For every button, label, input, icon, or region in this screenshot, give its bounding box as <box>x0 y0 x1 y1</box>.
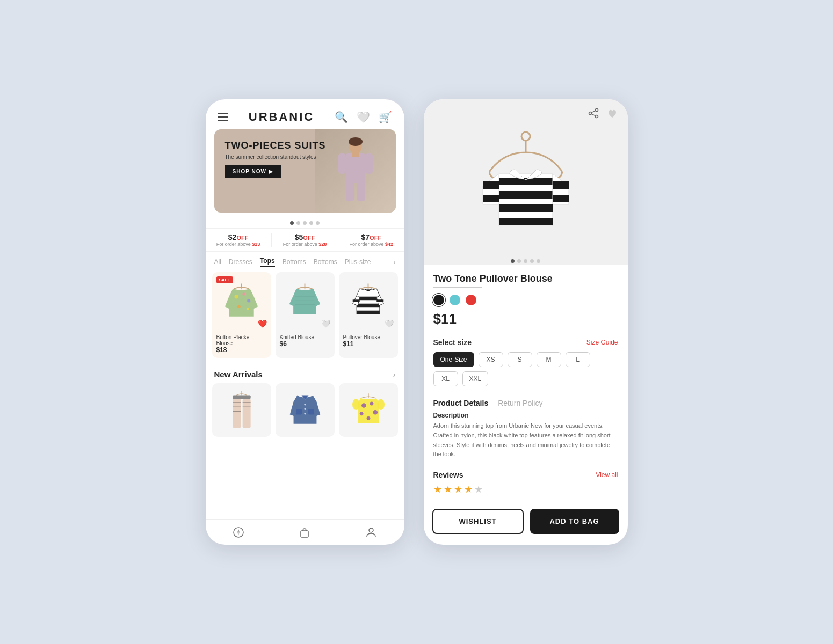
promo-item-1: $2OFF For order above $13 <box>216 233 260 247</box>
bag-icon <box>299 526 310 538</box>
blouse-1-svg <box>224 280 259 323</box>
svg-point-10 <box>242 292 245 296</box>
favorite-icon[interactable] <box>606 108 618 122</box>
star-3: ★ <box>454 484 462 495</box>
cart-icon[interactable]: 🛒 <box>379 111 392 123</box>
swatch-red[interactable] <box>466 295 476 305</box>
promo-row: $2OFF For order above $13 $5OFF For orde… <box>206 228 404 252</box>
heart-icon-2[interactable]: 🤍 <box>321 319 330 328</box>
svg-rect-22 <box>353 299 360 302</box>
svg-rect-4 <box>357 178 365 201</box>
size-xs[interactable]: XS <box>479 352 503 367</box>
arrivals-row <box>206 383 404 445</box>
arrival-3-svg <box>352 389 385 431</box>
svg-point-40 <box>370 402 373 406</box>
detail-dot-2[interactable] <box>517 259 521 263</box>
svg-rect-7 <box>352 151 359 157</box>
svg-point-39 <box>361 403 366 408</box>
size-l[interactable]: L <box>566 352 590 367</box>
promo-sub-3: For order above $42 <box>350 241 394 247</box>
app-logo: URBANIC <box>249 110 314 124</box>
svg-rect-21 <box>357 311 380 314</box>
reviews-header: Reviews View all <box>433 471 618 479</box>
menu-icon[interactable] <box>218 113 228 121</box>
product-info-3: Pullover Blouse $11 <box>339 331 398 352</box>
product-card-2[interactable]: 🤍 Knitted Blouse $6 <box>276 272 335 358</box>
dot-1[interactable] <box>290 221 294 225</box>
right-phone: Two Tone Pullover Blouse $11 Select size… <box>424 99 628 545</box>
arrival-2-svg <box>289 389 321 431</box>
view-all-link[interactable]: View all <box>596 471 618 479</box>
arrival-card-1[interactable] <box>212 383 271 437</box>
svg-rect-57 <box>499 178 553 185</box>
detail-product-svg <box>472 127 580 234</box>
svg-point-36 <box>304 408 306 410</box>
wishlist-button[interactable]: WISHLIST <box>432 509 524 534</box>
arrival-card-3[interactable] <box>339 383 398 437</box>
cat-tops[interactable]: Tops <box>260 257 275 267</box>
new-arrivals-arrow-icon[interactable]: › <box>393 370 396 379</box>
product-img-2: 🤍 <box>276 272 335 331</box>
blouse-2-svg <box>287 280 322 323</box>
svg-rect-63 <box>553 181 569 189</box>
dot-5[interactable] <box>316 221 320 225</box>
tab-return-policy[interactable]: Return Policy <box>498 399 542 407</box>
detail-top <box>424 99 628 255</box>
cat-bottoms-1[interactable]: Bottoms <box>283 258 306 266</box>
size-xl[interactable]: XL <box>433 371 458 386</box>
shop-now-button[interactable]: SHOP NOW ▶ <box>225 165 281 178</box>
search-icon[interactable]: 🔍 <box>335 111 348 123</box>
heart-icon[interactable]: 🤍 <box>357 111 370 123</box>
banner-text: TWO-PIECES SUITS The summer collection s… <box>225 140 326 178</box>
left-phone: URBANIC 🔍 🤍 🛒 TWO-PIECES SUITS The summe… <box>206 99 404 545</box>
detail-dot-5[interactable] <box>537 259 540 263</box>
arrival-card-2[interactable] <box>276 383 335 437</box>
svg-rect-62 <box>483 195 499 202</box>
detail-dot-4[interactable] <box>530 259 534 263</box>
svg-point-1 <box>349 137 363 146</box>
reviews-title: Reviews <box>433 471 463 479</box>
nav-profile[interactable] <box>365 526 377 538</box>
size-section: Select size Size Guide One-Size XS S M L… <box>424 332 628 393</box>
nav-explore[interactable] <box>233 526 244 538</box>
cat-arrow-icon[interactable]: › <box>393 258 396 266</box>
size-m[interactable]: M <box>537 352 561 367</box>
heart-icon-1[interactable]: ❤️ <box>258 319 267 328</box>
share-icon[interactable] <box>588 108 599 122</box>
product-card-1[interactable]: SALE <box>212 272 271 358</box>
product-details-section: Product Details Return Policy Descriptio… <box>424 393 628 464</box>
nav-bag[interactable] <box>299 526 310 538</box>
dot-3[interactable] <box>303 221 307 225</box>
svg-rect-5 <box>338 153 346 174</box>
size-guide-link[interactable]: Size Guide <box>586 339 618 346</box>
promo-sub-1: For order above $13 <box>216 241 260 247</box>
size-xxl[interactable]: XXL <box>462 371 489 386</box>
cat-dresses[interactable]: Dresses <box>229 258 252 266</box>
heart-icon-3[interactable]: 🤍 <box>385 319 394 328</box>
tab-product-details[interactable]: Product Details <box>433 399 489 407</box>
product-card-3[interactable]: 🤍 Pullover Blouse $11 <box>339 272 398 358</box>
dot-2[interactable] <box>296 221 300 225</box>
svg-line-55 <box>591 114 595 115</box>
dot-4[interactable] <box>309 221 313 225</box>
detail-dot-3[interactable] <box>524 259 527 263</box>
product-name-1: Button Placket Blouse <box>216 334 267 346</box>
svg-point-56 <box>521 132 530 141</box>
svg-rect-3 <box>346 178 354 201</box>
description-title: Description <box>433 412 618 419</box>
svg-rect-23 <box>376 299 383 302</box>
cat-plus-size[interactable]: Plus-size <box>345 258 371 266</box>
size-s[interactable]: S <box>508 352 532 367</box>
add-to-bag-button[interactable]: ADD TO BAG <box>530 509 619 534</box>
detail-dot-1[interactable] <box>511 259 515 263</box>
size-one-size[interactable]: One-Size <box>433 352 474 367</box>
arrival-1-svg <box>228 386 255 434</box>
swatch-black[interactable] <box>433 295 444 305</box>
promo-sub-2: For order above $28 <box>283 241 327 247</box>
swatch-teal[interactable] <box>450 295 460 305</box>
title-underline <box>433 287 482 288</box>
cat-bottoms-2[interactable]: Bottoms <box>314 258 337 266</box>
cat-all[interactable]: All <box>214 258 221 266</box>
product-price-2: $6 <box>280 340 330 348</box>
product-price-1: $18 <box>216 346 267 354</box>
